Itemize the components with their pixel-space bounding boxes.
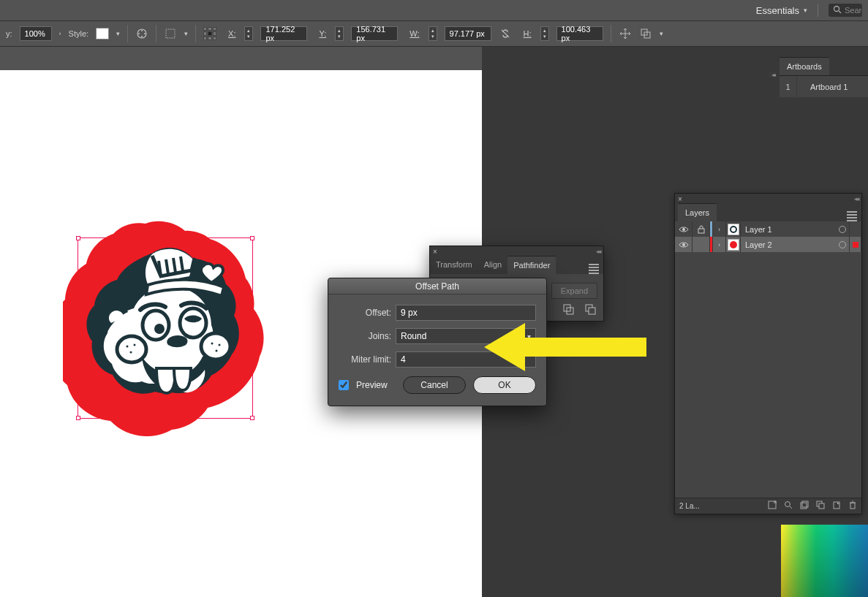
layer-row[interactable]: › Layer 1 [675,221,861,237]
disclosure-toggle[interactable]: › [713,237,726,252]
panel-collapse-icon[interactable]: ◂◂ [769,72,777,77]
collapse-icon[interactable]: ◂◂ [854,195,858,202]
shape-mode-icon[interactable] [584,303,596,316]
w-field[interactable]: 97.177 px [445,26,491,41]
shape-mode-icon[interactable] [562,303,574,316]
cancel-button[interactable]: Cancel [403,376,466,394]
h-field[interactable]: 100.463 px [556,26,603,41]
layer-name[interactable]: Layer 2 [741,240,835,249]
chevron-down-icon[interactable]: ▾ [116,30,120,37]
svg-point-20 [130,351,132,354]
panel-titlebar[interactable]: × ◂◂ [430,246,603,256]
transform-icon[interactable] [619,27,632,40]
align-to-icon[interactable] [164,27,177,40]
svg-rect-7 [166,29,175,38]
svg-rect-38 [850,503,855,509]
layer-thumbnail [726,237,741,252]
tab-align[interactable]: Align [478,256,507,274]
preview-checkbox[interactable] [339,380,349,390]
offset-path-dialog: Offset Path Offset: Joins: Round Miter l… [328,278,547,406]
tab-transform[interactable]: Transform [430,256,478,274]
search-box[interactable]: Search [829,4,862,17]
w-stepper[interactable]: ▴▾ [429,26,437,41]
new-sublayer-icon[interactable] [816,501,825,512]
tab-pathfinder[interactable]: Pathfinder [507,256,556,274]
separator [611,25,611,42]
miter-limit-label: Miter limit: [339,354,396,365]
h-stepper[interactable]: ▴▾ [540,26,549,41]
trash-icon[interactable] [848,501,857,512]
close-icon[interactable]: × [433,248,437,256]
collapse-icon[interactable]: ◂◂ [596,248,600,255]
panel-titlebar[interactable]: × ◂◂ [675,194,861,204]
panel-tabs: Artboards [780,57,868,76]
search-icon [833,5,842,15]
svg-point-3 [141,30,143,31]
x-label: X: [228,29,235,38]
joins-select[interactable]: Round [396,328,536,344]
workspace-label: Essentials [756,5,799,16]
chevron-down-icon[interactable]: › [59,30,61,37]
panel-menu-icon[interactable] [847,211,857,221]
selected-artwork[interactable] [63,221,268,436]
panel-menu-icon[interactable] [589,264,599,274]
x-stepper[interactable]: ▴▾ [244,26,253,41]
x-field[interactable]: 171.252 px [260,26,307,41]
miter-limit-input[interactable] [396,351,536,368]
ok-button[interactable]: OK [473,376,536,394]
lock-toggle[interactable] [692,221,710,237]
svg-point-24 [682,228,685,231]
separator [127,25,128,42]
y-field[interactable]: 156.731 px [351,26,398,41]
selection-indicator [850,221,861,237]
dialog-title[interactable]: Offset Path [328,278,546,294]
opacity-field[interactable]: 100% [20,26,52,41]
layer-thumbnail [726,221,741,237]
chevron-down-icon[interactable]: ▾ [184,30,188,37]
tab-artboards[interactable]: Artboards [780,57,829,75]
svg-line-8 [502,30,509,37]
target-icon[interactable] [835,237,850,252]
y-stepper[interactable]: ▴▾ [335,26,344,41]
recolor-icon[interactable] [135,27,148,40]
isolate-icon[interactable] [639,27,652,40]
visibility-toggle[interactable] [675,237,692,252]
graphic-style-swatch[interactable] [96,28,109,39]
new-layer-icon[interactable] [832,501,841,512]
chevron-down-icon[interactable]: ▾ [660,30,663,37]
layer-row[interactable]: › Layer 2 [675,237,861,252]
eye-icon [679,241,689,248]
svg-point-5 [141,36,143,37]
search-placeholder: Search [845,6,862,15]
disclosure-toggle[interactable]: › [713,221,726,237]
link-wh-icon[interactable] [499,27,512,40]
svg-point-0 [834,7,839,12]
separator [195,25,196,42]
svg-point-29 [730,241,737,248]
svg-point-19 [134,344,136,346]
expand-button[interactable]: Expand [551,283,597,299]
close-icon[interactable]: × [678,195,682,203]
target-icon[interactable] [835,221,850,237]
artboard-row[interactable]: 1 Artboard 1 [780,76,868,98]
svg-point-17 [201,333,230,360]
offset-input[interactable] [396,305,536,321]
separator [818,4,818,17]
make-clipping-mask-icon[interactable] [800,501,809,512]
visibility-toggle[interactable] [675,221,692,237]
lock-toggle[interactable] [692,237,710,252]
separator [156,25,156,42]
panel-tabs: Layers [675,204,861,221]
search-icon[interactable] [784,501,793,512]
workspace-switcher[interactable]: Essentials ▾ [756,5,807,16]
locate-object-icon[interactable] [768,501,777,512]
w-label: W: [410,29,419,38]
svg-point-6 [138,33,140,34]
color-panel[interactable] [781,525,868,597]
tab-layers[interactable]: Layers [678,203,717,221]
reference-point-grid[interactable] [203,27,216,40]
svg-rect-34 [802,501,808,507]
layer-name[interactable]: Layer 1 [741,225,835,234]
svg-point-16 [117,336,146,362]
joins-label: Joins: [339,331,396,341]
